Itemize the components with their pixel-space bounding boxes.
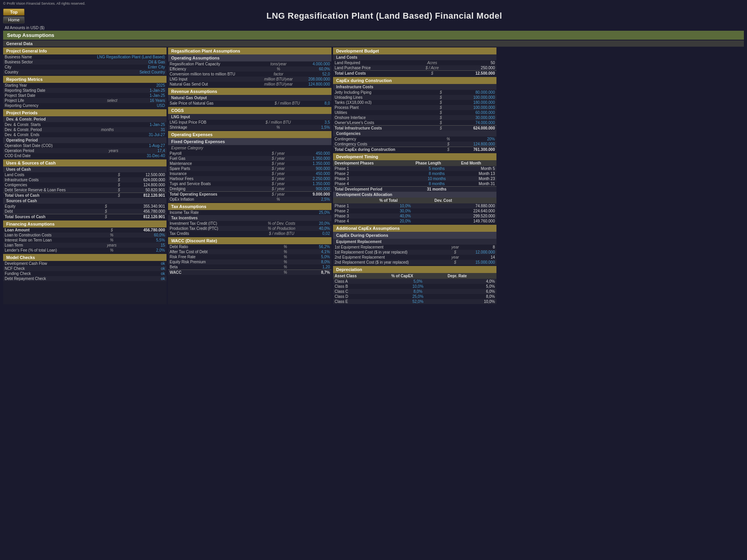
table-row: 2nd Replacement Cost ($ in year replaced… (333, 260, 496, 265)
expense-category-header: Expense Category (168, 145, 331, 151)
table-row: Phase 4 8 months Month 31 (333, 181, 496, 187)
unit (51, 70, 56, 75)
table-row: Project Life select 16 Years (3, 98, 167, 103)
operating-expenses-header: Operating Expenses (168, 131, 331, 138)
fixed-opex-header: Fixed Operating Expenses (168, 138, 331, 145)
label: City (3, 65, 51, 70)
total-sources-cash-row: Total Sources of Cash $ 812.120.901 (3, 214, 167, 220)
table-row: Sale Price of Natural Gas $ / million BT… (168, 101, 331, 106)
operating-period-header: Operating Period (3, 137, 167, 143)
dev-timing-header-row: Development Phases Phase Length End Mont… (333, 160, 496, 166)
table-row: Phase 1 5 months Month 5 (333, 166, 496, 171)
revenue-table: Sale Price of Natural Gas $ / million BT… (168, 101, 331, 106)
table-row: Development Cash Flow ok (3, 261, 167, 266)
table-row: Investment Tax Credit (ITC) % of Dev. Co… (168, 221, 331, 226)
wacc-row: WACC % 8,7% (168, 270, 331, 275)
total-dev-period-row: Total Development Period 31 months (333, 187, 496, 192)
table-row: Spare Parts $ / year 900.000 (168, 166, 331, 171)
nav-buttons: Top Home (3, 9, 25, 23)
table-row: Tanks (1X18,000 m3) $ 180.000.000 (333, 100, 496, 105)
land-costs-header: Land Costs (333, 54, 496, 60)
table-row: Fuel Gas $ / year 1.350.000 (168, 156, 331, 161)
table-row: Operation Period years 17,4 (3, 148, 167, 153)
total-land-costs-row: Total Land Costs $ 12.500.000 (333, 71, 496, 76)
reporting-metrics-header: Reporting Metrics (3, 76, 167, 83)
table-row: After Tax Cost of Debt % 4,1% (168, 249, 331, 254)
wacc-table: Debt Ratio % 56,2% After Tax Cost of Deb… (168, 244, 331, 275)
reporting-metrics-table: Starting Year 2025 Reporting Starting Da… (3, 83, 167, 108)
table-row: Debt $ 456.780.000 (3, 209, 167, 214)
dev-constr-header: Dev. & Constr. Period (3, 116, 167, 122)
table-row: Phase 2 8 months Month 13 (333, 171, 496, 176)
table-row: Shrinkage % 1,5% (168, 125, 331, 130)
dev-timing-header: Development Timing (333, 153, 496, 160)
table-row: Class A 5,0% 4,0% (333, 279, 496, 284)
label: Business Name (3, 54, 51, 60)
table-row: Tugs and Service Boats $ / year 1.350.00… (168, 181, 331, 186)
tax-table: Income Tax Rate 25,0% (168, 210, 331, 215)
tax-header: Tax Assumptions (168, 203, 331, 210)
table-row: Class E 52,0% 10,0% (333, 299, 496, 304)
table-row: Operation Start Date (COD) 1-Aug-27 (3, 143, 167, 148)
table-row: Dredging $ / year 900.000 (168, 186, 331, 192)
table-row: Interest Rate on Term Loan % 5,5% (3, 238, 167, 243)
table-row: 2nd Equipment Replacement year 14 (333, 255, 496, 260)
table-row: Business Sector Oil & Gas (3, 60, 167, 65)
cogs-table: LNG Input Price FOB $ / million BTU 3,5 … (168, 120, 331, 130)
land-costs-table: Land Required Acres 50 Land Purchase Pri… (333, 60, 496, 76)
equipment-replacement-table: 1st Equipment Replacement year 8 1st Rep… (333, 245, 496, 265)
table-row: LNG Input million BTU/year 208.000.000 (168, 77, 331, 82)
table-row: Class D 25,0% 8,0% (333, 294, 496, 299)
table-row: Harbour Fees $ / year 2.250.000 (168, 176, 331, 181)
home-button[interactable]: Home (3, 16, 25, 23)
dev-cost-alloc-table: % of Total Dev. Cost Phase 1 10,0% 74.88… (333, 198, 496, 224)
total-infrastructure-row: Total Infrastructure Costs $ 624.000.000 (333, 126, 496, 131)
label: Country (3, 70, 51, 75)
table-row: Equity Risk Premium % 8,0% (168, 259, 331, 264)
table-row: Dev. & Constr. Period months 31 (3, 127, 167, 132)
left-panel: Project General Info Business Name LNG R… (3, 47, 167, 304)
table-row: Jetty Including Piping $ 80.000.000 (333, 90, 496, 95)
table-row: Loan Term years 15 (3, 243, 167, 248)
model-checks-table: Development Cash Flow ok NCF Check ok Fu… (3, 261, 167, 281)
total-capex-row: Total CapEx during Construction $ 761.30… (333, 147, 496, 152)
wacc-header: WACC (Discount Rate) (168, 237, 331, 244)
table-row: Dev. & Constr. Ends 31-Jul-27 (3, 132, 167, 137)
table-row: Phase 3 10 months Month 23 (333, 176, 496, 181)
table-row: Income Tax Rate 25,0% (168, 210, 331, 215)
table-row: Debt Ratio % 56,2% (168, 244, 331, 249)
table-row: Contigencies $ 124.800.000 (3, 182, 167, 187)
lng-input-header: LNG Input (168, 114, 331, 120)
table-row: Phase 4 20,0% 149.760.000 (333, 219, 496, 224)
table-row: Loan to Construction Costs % 60,0% (3, 233, 167, 238)
table-row: Land Purchase Price $ / Acre 250.000 (333, 65, 496, 71)
financing-header: Financing Assumptions (3, 220, 167, 228)
currency-note: All Amounts in USD ($) (0, 25, 747, 31)
tax-incentives-header: Tax Incentives (168, 215, 331, 221)
table-row: Owner's/Lesee's Costs $ 74.000.000 (333, 120, 496, 126)
table-row: Risk Free Rate % 5,0% (168, 254, 331, 259)
opex-table: Payroll $ / year 450.000 Fuel Gas $ / ye… (168, 151, 331, 202)
table-row: Production Tax Credit (PTC) % of Product… (168, 226, 331, 231)
table-row: OpEx Inflation % 2,5% (168, 197, 331, 202)
setup-header: Setup Assumptions (3, 31, 744, 40)
capex-construction-header: CapEx during Construction (333, 77, 496, 84)
operating-assumptions-table: Regasification Plant Capacity tons/year … (168, 61, 331, 87)
dev-cost-alloc-header: Development Costs Allocation (333, 192, 496, 198)
dev-timing-table: Development Phases Phase Length End Mont… (333, 160, 496, 192)
dev-cost-alloc-header-row: % of Total Dev. Cost (333, 198, 496, 203)
dev-constr-table: Dev. & Constr. Starts 1-Jan-25 Dev. & Co… (3, 122, 167, 137)
table-row: 1st Replacement Cost ($ in year replaced… (333, 250, 496, 255)
uses-cash-table: Land Costs $ 12.500.000 Infrastructure C… (3, 172, 167, 198)
model-checks-header: Model Checks (3, 254, 167, 261)
top-button[interactable]: Top (3, 9, 25, 16)
table-row: Debt Repayment Check ok (3, 276, 167, 281)
value: Select Country (56, 70, 167, 75)
table-row: Beta % 1,20 (168, 264, 331, 270)
table-row: Class B 10,0% 5,0% (333, 284, 496, 289)
depreciation-table: Asset Class % of CapEX Depr. Rate Class … (333, 273, 496, 304)
table-row: Land Required Acres 50 (333, 60, 496, 65)
unit (51, 60, 56, 65)
table-row: Unloading Lines $ 100.000.000 (333, 95, 496, 100)
general-data-header: General Data (3, 40, 744, 47)
